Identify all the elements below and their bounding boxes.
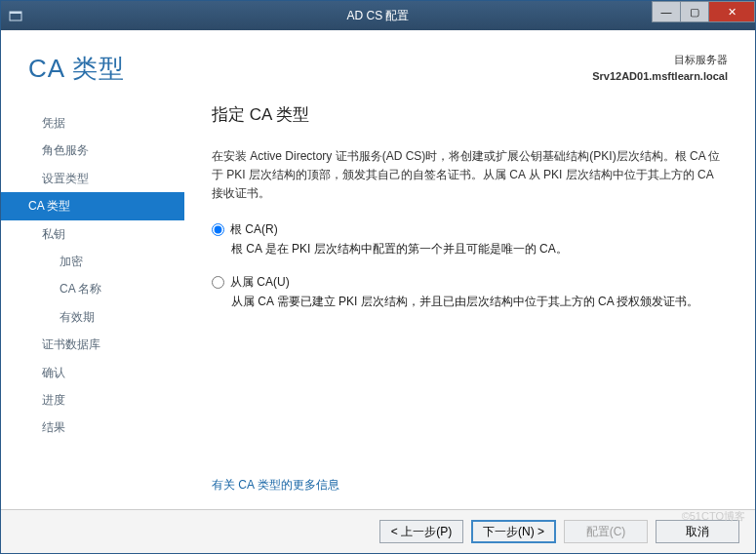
sidebar-item[interactable]: 加密 (1, 248, 184, 275)
sidebar-item[interactable]: 设置类型 (1, 165, 184, 192)
sidebar-item[interactable]: 角色服务 (1, 137, 184, 164)
sidebar-item[interactable]: 证书数据库 (1, 331, 184, 358)
intro-text: 在安装 Active Directory 证书服务(AD CS)时，将创建或扩展… (212, 147, 728, 204)
radio-input[interactable] (212, 223, 224, 236)
sidebar-item[interactable]: 确认 (1, 359, 184, 386)
radio-row[interactable]: 从属 CA(U) (212, 274, 728, 291)
target-server-block: 目标服务器 Srv12AD01.msftlearn.local (592, 52, 728, 84)
radio-group: 根 CA(R)根 CA 是在 PKI 层次结构中配置的第一个并且可能是唯一的 C… (212, 221, 728, 258)
more-info-link[interactable]: 有关 CA 类型的更多信息 (212, 477, 728, 494)
window-controls: — ▢ ✕ (653, 1, 755, 22)
minimize-icon: — (661, 6, 672, 18)
sidebar-item[interactable]: 有效期 (1, 303, 184, 331)
previous-button[interactable]: < 上一步(P) (379, 520, 463, 543)
radio-description: 从属 CA 需要已建立 PKI 层次结构，并且已由层次结构中位于其上方的 CA … (231, 293, 728, 311)
sidebar-item[interactable]: CA 名称 (1, 275, 184, 302)
main-title: 指定 CA 类型 (212, 103, 728, 126)
window-title: AD CS 配置 (1, 8, 755, 24)
header-row: CA 类型 目标服务器 Srv12AD01.msftlearn.local (1, 30, 755, 98)
page-heading: CA 类型 (28, 52, 592, 86)
sidebar-item[interactable]: CA 类型 (1, 192, 184, 219)
configure-button[interactable]: 配置(C) (564, 520, 648, 543)
content-area: CA 类型 目标服务器 Srv12AD01.msftlearn.local 凭据… (1, 30, 755, 509)
radio-input[interactable] (212, 276, 224, 289)
button-bar: < 上一步(P) 下一步(N) > 配置(C) 取消 (1, 509, 755, 553)
maximize-button[interactable]: ▢ (680, 1, 709, 22)
close-icon: ✕ (728, 6, 736, 19)
target-server-name: Srv12AD01.msftlearn.local (592, 68, 728, 85)
close-button[interactable]: ✕ (708, 1, 755, 22)
target-label: 目标服务器 (592, 52, 728, 68)
radio-group: 从属 CA(U)从属 CA 需要已建立 PKI 层次结构，并且已由层次结构中位于… (212, 274, 728, 311)
main-panel: 指定 CA 类型 在安装 Active Directory 证书服务(AD CS… (184, 98, 755, 509)
sidebar: 凭据角色服务设置类型CA 类型私钥加密CA 名称有效期证书数据库确认进度结果 (1, 98, 184, 509)
radio-options: 根 CA(R)根 CA 是在 PKI 层次结构中配置的第一个并且可能是唯一的 C… (212, 221, 728, 327)
radio-description: 根 CA 是在 PKI 层次结构中配置的第一个并且可能是唯一的 CA。 (231, 240, 728, 258)
radio-label: 根 CA(R) (230, 221, 278, 238)
sidebar-item[interactable]: 进度 (1, 386, 184, 414)
radio-label: 从属 CA(U) (230, 274, 290, 291)
sidebar-item[interactable]: 结果 (1, 414, 184, 441)
next-button[interactable]: 下一步(N) > (471, 520, 556, 543)
cancel-button[interactable]: 取消 (656, 520, 739, 543)
sidebar-item[interactable]: 凭据 (1, 109, 184, 137)
minimize-button[interactable]: — (652, 1, 681, 22)
titlebar: AD CS 配置 — ▢ ✕ (1, 1, 755, 30)
radio-row[interactable]: 根 CA(R) (212, 221, 728, 238)
maximize-icon: ▢ (690, 6, 699, 19)
svg-rect-1 (10, 12, 21, 14)
body-row: 凭据角色服务设置类型CA 类型私钥加密CA 名称有效期证书数据库确认进度结果 指… (1, 98, 755, 509)
sidebar-item[interactable]: 私钥 (1, 220, 184, 248)
app-icon (7, 7, 24, 24)
